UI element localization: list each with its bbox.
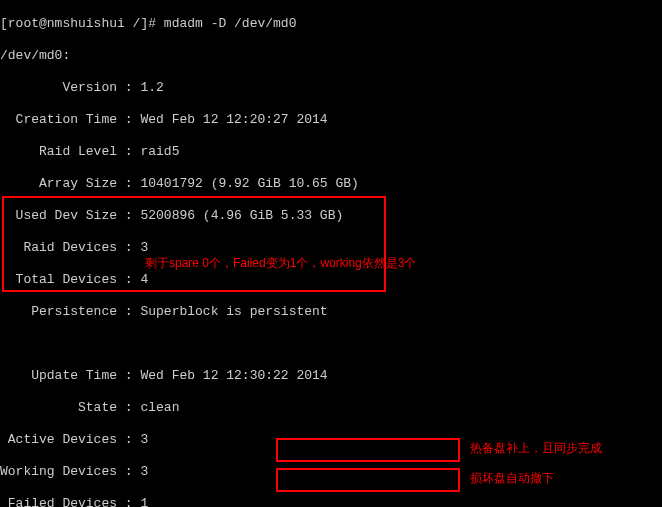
field-label: State : <box>0 400 140 415</box>
annotation-state: 剩于spare 0个，Failed变为1个，working依然是3个 <box>145 255 416 271</box>
field-label: Update Time : <box>0 368 140 383</box>
field-value: 1 <box>140 496 148 507</box>
device-header: /dev/md0: <box>0 48 662 64</box>
annotation-faulty: 损坏盘自动撤下 <box>470 470 554 486</box>
field-label: Version : <box>0 80 140 95</box>
blank-line <box>0 336 662 352</box>
field-label: Persistence : <box>0 304 140 319</box>
command: mdadm -D /dev/md0 <box>164 16 297 31</box>
field-value: 5200896 (4.96 GiB 5.33 GB) <box>140 208 343 223</box>
field-label: Working Devices : <box>0 464 140 479</box>
field-creation-time: Creation Time : Wed Feb 12 12:20:27 2014 <box>0 112 662 128</box>
field-label: Failed Devices : <box>0 496 140 507</box>
field-array-size: Array Size : 10401792 (9.92 GiB 10.65 GB… <box>0 176 662 192</box>
field-label: Raid Devices : <box>0 240 140 255</box>
field-raid-level: Raid Level : raid5 <box>0 144 662 160</box>
field-label: Active Devices : <box>0 432 140 447</box>
field-value: 3 <box>140 240 148 255</box>
field-label: Creation Time : <box>0 112 140 127</box>
field-state: State : clean <box>0 400 662 416</box>
field-version: Version : 1.2 <box>0 80 662 96</box>
field-used-dev-size: Used Dev Size : 5200896 (4.96 GiB 5.33 G… <box>0 208 662 224</box>
terminal: [root@nmshuishui /]# mdadm -D /dev/md0 /… <box>0 0 662 507</box>
field-value: Superblock is persistent <box>140 304 327 319</box>
field-label: Raid Level : <box>0 144 140 159</box>
field-value: 3 <box>140 464 148 479</box>
field-label: Array Size : <box>0 176 140 191</box>
field-value: 3 <box>140 432 148 447</box>
field-value: raid5 <box>140 144 179 159</box>
annotation-hot-spare: 热备盘补上，且同步完成 <box>470 440 602 456</box>
field-total-devices: Total Devices : 4 <box>0 272 662 288</box>
field-value: Wed Feb 12 12:30:22 2014 <box>140 368 327 383</box>
field-value: clean <box>140 400 179 415</box>
field-value: 1.2 <box>140 80 163 95</box>
command-line: [root@nmshuishui /]# mdadm -D /dev/md0 <box>0 16 662 32</box>
field-value: 10401792 (9.92 GiB 10.65 GB) <box>140 176 358 191</box>
field-failed-devices: Failed Devices : 1 <box>0 496 662 507</box>
field-value: Wed Feb 12 12:20:27 2014 <box>140 112 327 127</box>
field-working-devices: Working Devices : 3 <box>0 464 662 480</box>
prompt: [root@nmshuishui /]# <box>0 16 164 31</box>
field-raid-devices: Raid Devices : 3 <box>0 240 662 256</box>
field-label: Used Dev Size : <box>0 208 140 223</box>
field-update-time: Update Time : Wed Feb 12 12:30:22 2014 <box>0 368 662 384</box>
field-value: 4 <box>140 272 148 287</box>
field-label: Total Devices : <box>0 272 140 287</box>
field-persistence: Persistence : Superblock is persistent <box>0 304 662 320</box>
